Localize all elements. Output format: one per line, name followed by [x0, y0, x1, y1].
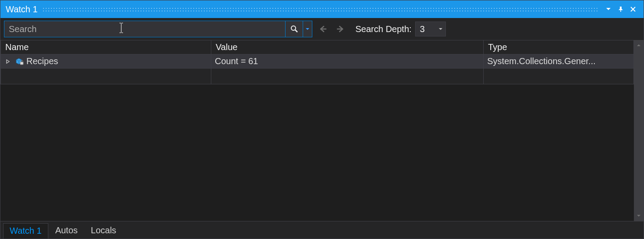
scroll-up-icon[interactable]	[634, 41, 644, 50]
watch-grid: Name Value Type	[0, 40, 634, 221]
arrow-left-icon	[318, 25, 327, 33]
cell-type[interactable]: System.Collections.Gener...	[484, 54, 634, 69]
scroll-down-icon[interactable]	[634, 211, 644, 220]
tab-label: Locals	[91, 225, 116, 235]
col-header-name[interactable]: Name	[0, 40, 211, 54]
empty-watch-row[interactable]	[0, 69, 634, 84]
object-icon	[15, 58, 24, 65]
expand-toggle[interactable]	[4, 58, 11, 65]
chevron-down-icon	[305, 27, 310, 31]
svg-rect-1	[20, 62, 23, 65]
row-type-text: System.Collections.Gener...	[487, 56, 596, 66]
vertical-scrollbar[interactable]	[634, 40, 644, 221]
search-box	[4, 21, 312, 37]
watch-grid-wrap: Name Value Type	[0, 40, 644, 221]
pin-icon	[618, 6, 624, 12]
arrow-right-icon	[336, 25, 345, 33]
search-depth-select[interactable]: 3	[415, 22, 446, 36]
col-header-value[interactable]: Value	[211, 40, 484, 54]
row-name-text: Recipes	[26, 56, 58, 66]
col-header-type[interactable]: Type	[484, 40, 634, 54]
grid-empty-area	[0, 84, 634, 221]
svg-point-0	[291, 26, 296, 30]
window-menu-button[interactable]	[602, 3, 615, 15]
search-options-dropdown[interactable]	[303, 21, 312, 37]
search-button[interactable]	[285, 21, 303, 37]
search-depth-label: Search Depth:	[355, 24, 412, 34]
row-value-text: Count = 61	[215, 56, 258, 66]
watch-panel: Watch 1	[0, 0, 644, 239]
search-depth-value: 3	[420, 24, 425, 34]
close-icon	[630, 6, 636, 12]
search-input[interactable]	[4, 21, 285, 37]
bottom-tabs: Watch 1 Autos Locals	[0, 221, 644, 239]
search-next-button[interactable]	[333, 22, 347, 36]
chevron-down-icon	[606, 7, 611, 12]
tab-watch-1[interactable]: Watch 1	[3, 223, 48, 239]
triangle-right-icon	[6, 59, 10, 64]
grid-header: Name Value Type	[0, 40, 634, 54]
search-prev-button[interactable]	[316, 22, 330, 36]
close-button[interactable]	[627, 3, 639, 15]
pin-button[interactable]	[615, 3, 627, 15]
chevron-down-icon	[438, 27, 443, 31]
search-icon	[290, 25, 298, 33]
titlebar[interactable]: Watch 1	[0, 0, 644, 18]
cell-value[interactable]: Count = 61	[211, 54, 484, 69]
tab-label: Autos	[55, 225, 78, 235]
window-title: Watch 1	[6, 4, 38, 14]
tab-locals[interactable]: Locals	[85, 223, 123, 239]
toolbar: Search Depth: 3	[0, 18, 644, 40]
cell-name[interactable]: Recipes	[0, 54, 211, 69]
titlebar-grip[interactable]	[42, 7, 599, 11]
tab-autos[interactable]: Autos	[49, 223, 84, 239]
tab-label: Watch 1	[10, 226, 42, 236]
watch-row[interactable]: Recipes Count = 61 System.Collections.Ge…	[0, 54, 634, 69]
